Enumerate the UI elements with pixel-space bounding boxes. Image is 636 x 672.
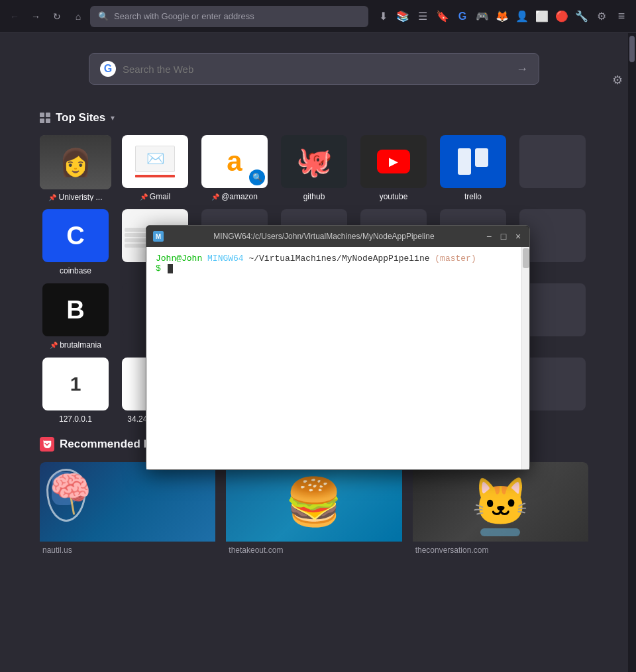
terminal-branch: (master) xyxy=(435,254,476,264)
google-logo: G xyxy=(100,61,116,77)
site-label-university: 📌Univeristy ... xyxy=(48,193,102,201)
site-tile-youtube[interactable]: ▶ youtube xyxy=(358,135,429,201)
terminal-cursor xyxy=(168,264,173,273)
user-icon[interactable]: 👤 xyxy=(513,7,531,26)
red-icon[interactable]: 🔴 xyxy=(553,7,571,26)
site-label-youtube: youtube xyxy=(380,192,408,201)
pocket-card-label-thetakeout: thetakeout.com xyxy=(226,546,401,555)
pocket-card-thetakeout[interactable]: 🍔 thetakeout.com xyxy=(226,462,401,555)
terminal-window: M MINGW64:/c/Users/John/VirtualMachines/… xyxy=(146,225,530,470)
terminal-minimize-button[interactable]: − xyxy=(484,232,494,241)
search-input[interactable] xyxy=(123,64,509,75)
pocket-card-theconversation[interactable]: 🐱 theconversation.com xyxy=(413,462,588,555)
library-icon[interactable]: 📚 xyxy=(394,7,412,26)
fox-icon[interactable]: 🦊 xyxy=(493,7,511,26)
site-tile-coinbase[interactable]: C coinbase xyxy=(40,209,111,275)
pocket-card-nautil[interactable]: 🧠 nautil.us xyxy=(40,462,215,555)
bookmark-icon[interactable]: 🔖 xyxy=(433,7,452,26)
top-sites-title: Top Sites xyxy=(56,111,105,124)
terminal-restore-button[interactable]: □ xyxy=(499,232,508,241)
grid-icon xyxy=(40,113,50,123)
pocket-cards: 🧠 nautil.us 🍔 thetakeout.com 🐱 xyxy=(40,462,588,555)
home-button[interactable]: ⌂ xyxy=(69,7,87,26)
terminal-titlebar: M MINGW64:/c/Users/John/VirtualMachines/… xyxy=(146,226,529,247)
site-tile-github[interactable]: 🐙 github xyxy=(278,135,350,201)
search-icon: 🔍 xyxy=(98,11,109,21)
site-label-brutalmania: 📌brutalmania xyxy=(50,340,101,350)
site-label-localhost: 127.0.0.1 xyxy=(59,414,92,424)
site-label-amazon: 📌@amazon xyxy=(211,192,258,201)
terminal-title: MINGW64:/c/Users/John/VirtualMachines/My… xyxy=(169,232,479,241)
terminal-scrollbar[interactable] xyxy=(521,247,529,469)
mingw-icon: M xyxy=(153,231,164,242)
site-label-coinbase: coinbase xyxy=(60,266,91,275)
pocket-card-label-nautil: nautil.us xyxy=(40,546,215,555)
top-sites-chevron[interactable]: ▾ xyxy=(111,113,115,122)
site-tile-trello[interactable]: trello xyxy=(437,135,509,201)
top-sites-row-1: 👩 📌Univeristy ... ✉️ 📌Gmail xyxy=(40,135,588,201)
forward-button[interactable]: → xyxy=(26,7,45,26)
top-sites-header: Top Sites ▾ xyxy=(40,111,588,124)
search-arrow-icon: → xyxy=(516,62,528,76)
search-container: G → xyxy=(40,53,588,85)
page-settings-icon[interactable]: ⚙ xyxy=(612,73,623,87)
terminal-user: John@John xyxy=(156,254,202,264)
search-box[interactable]: G → xyxy=(89,53,539,85)
white-square-icon[interactable]: ⬜ xyxy=(533,7,551,26)
terminal-body: John@John MINGW64 ~/VirtualMachines/MyNo… xyxy=(146,247,529,469)
site-tile-university[interactable]: 👩 📌Univeristy ... xyxy=(40,135,111,201)
back-button[interactable]: ← xyxy=(5,7,24,26)
terminal-prompt: $ xyxy=(156,264,161,273)
gamepad-icon[interactable]: 🎮 xyxy=(473,7,492,26)
extensions-icon[interactable]: ⚙ xyxy=(592,7,611,26)
site-label-trello: trello xyxy=(464,192,482,201)
reader-icon[interactable]: ☰ xyxy=(413,7,432,26)
address-bar[interactable]: 🔍 xyxy=(90,6,368,27)
toolbar-icons: ⬇ 📚 ☰ 🔖 G 🎮 🦊 👤 ⬜ 🔴 🔧 ⚙ ≡ xyxy=(374,7,631,26)
pocket-card-label-theconversation: theconversation.com xyxy=(413,546,588,555)
terminal-close-button[interactable]: × xyxy=(513,232,523,241)
site-tile-brutalmania[interactable]: B 📌brutalmania xyxy=(40,283,111,350)
site-tile-empty-1 xyxy=(517,135,588,201)
terminal-path-text: ~/VirtualMachines/MyNodeAppPipeline xyxy=(248,254,429,264)
address-input[interactable] xyxy=(114,11,360,21)
terminal-scrollbar-thumb[interactable] xyxy=(523,248,529,268)
scrollbar[interactable] xyxy=(628,33,636,672)
site-label-github: github xyxy=(303,192,325,201)
pocket-icon xyxy=(40,437,54,452)
download-icon[interactable]: ⬇ xyxy=(374,7,392,26)
browser-chrome: ← → ↻ ⌂ 🔍 ⬇ 📚 ☰ 🔖 G 🎮 🦊 👤 ⬜ 🔴 🔧 ⚙ ≡ xyxy=(0,0,636,33)
site-tile-amazon[interactable]: a 🔍 📌@amazon xyxy=(199,135,270,201)
site-tile-gmail[interactable]: ✉️ 📌Gmail xyxy=(119,135,191,201)
tools-icon[interactable]: 🔧 xyxy=(572,7,591,26)
site-tile-localhost[interactable]: 1 127.0.0.1 xyxy=(40,358,111,424)
menu-icon[interactable]: ≡ xyxy=(612,7,631,26)
g-icon[interactable]: G xyxy=(453,7,472,26)
site-label-gmail: 📌Gmail xyxy=(140,192,170,201)
terminal-mingw: MINGW64 xyxy=(207,254,244,264)
reload-button[interactable]: ↻ xyxy=(48,7,66,26)
